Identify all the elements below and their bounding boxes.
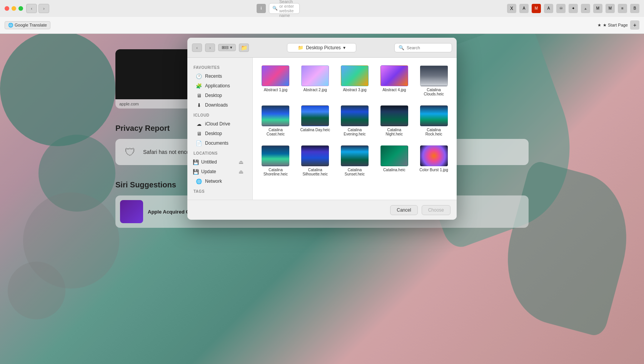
file-item-abstract3[interactable]: Abstract 3.jpg bbox=[337, 62, 373, 99]
info-icon[interactable]: i bbox=[257, 4, 266, 13]
address-placeholder: Search or enter website name bbox=[279, 0, 296, 18]
icloud-desktop-label: Desktop bbox=[205, 131, 222, 136]
toolbar-btn-4[interactable]: A bbox=[544, 4, 553, 13]
file-thumbnail bbox=[262, 65, 289, 86]
new-folder-button[interactable]: 📁 bbox=[239, 43, 249, 52]
sidebar-item-update[interactable]: 💾 Update ⏏ bbox=[190, 167, 250, 176]
dialog-footer: Cancel Choose bbox=[187, 200, 457, 220]
sidebar-item-downloads[interactable]: ⬇ Downloads bbox=[190, 100, 250, 110]
toolbar-btn-2[interactable]: A bbox=[519, 4, 529, 13]
current-location[interactable]: 📁 Desktop Pictures ▾ bbox=[287, 43, 356, 52]
file-item-abstract1[interactable]: Abstract 1.jpg bbox=[257, 62, 294, 99]
eject-update-icon[interactable]: ⏏ bbox=[238, 169, 244, 175]
file-item-catalinashoreline[interactable]: Catalina Shoreline.heic bbox=[257, 142, 294, 179]
downloads-label: Downloads bbox=[205, 102, 228, 108]
sidebar-item-icloud-drive[interactable]: ☁ iCloud Drive bbox=[190, 119, 250, 129]
dialog-overlay: ‹ › ⊞⊟ ▾ 📁 📁 Desktop Pictures ▾ 🔍 bbox=[0, 34, 644, 364]
file-thumbnail bbox=[380, 65, 408, 86]
desktop-icon: 🖥 bbox=[196, 92, 202, 99]
toolbar-btn-3[interactable]: M bbox=[532, 4, 541, 13]
current-folder-label: Desktop Pictures bbox=[306, 45, 341, 50]
file-name: Abstract 2.jpg bbox=[304, 88, 327, 92]
icloud-section-label: iCloud bbox=[187, 110, 252, 119]
untitled-label: Untitled bbox=[201, 159, 217, 165]
file-thumbnail bbox=[380, 145, 408, 166]
toolbar-btn-7[interactable]: ⟁ bbox=[581, 4, 590, 13]
sidebar-item-desktop[interactable]: 🖥 Desktop bbox=[190, 91, 250, 100]
add-tab-button[interactable]: + bbox=[630, 20, 639, 30]
back-button[interactable]: ‹ bbox=[26, 4, 37, 13]
file-item-catalinasunset[interactable]: Catalina Sunset.heic bbox=[337, 142, 373, 179]
toolbar-btn-5[interactable]: ♾ bbox=[556, 4, 566, 13]
sidebar: Favourites 🕐 Recents 🧩 Applications 🖥 De… bbox=[187, 58, 253, 200]
minimize-button[interactable] bbox=[12, 6, 16, 11]
update-label: Update bbox=[201, 169, 216, 174]
file-thumbnail bbox=[420, 145, 448, 166]
dialog-forward-button[interactable]: › bbox=[205, 43, 215, 52]
search-icon: 🔍 bbox=[272, 6, 278, 11]
file-name: Catalina Shoreline.heic bbox=[260, 168, 291, 176]
file-item-catalina[interactable]: Catalina.heic bbox=[376, 142, 412, 179]
file-grid-area: Abstract 1.jpg Abstract 2.jpg Abstract 3… bbox=[253, 58, 457, 200]
star-icon: ★ bbox=[597, 23, 601, 28]
file-item-catalinaclouds[interactable]: Catalina Clouds.heic bbox=[415, 62, 452, 99]
folder-icon: 📁 bbox=[298, 45, 304, 50]
file-thumbnail bbox=[341, 65, 369, 86]
file-thumbnail bbox=[301, 65, 329, 86]
file-name: Catalina.heic bbox=[383, 168, 405, 172]
desktop-label: Desktop bbox=[205, 93, 222, 98]
file-item-abstract4[interactable]: Abstract 4.jpg bbox=[376, 62, 412, 99]
toolbar-btn-10[interactable]: ≡ bbox=[618, 4, 627, 13]
close-button[interactable] bbox=[5, 6, 9, 11]
file-name: Color Burst 1.jpg bbox=[419, 168, 448, 172]
toolbar-btn-1[interactable]: X bbox=[507, 4, 516, 13]
file-thumbnail bbox=[341, 145, 369, 166]
sidebar-item-documents[interactable]: 📄 Documents bbox=[190, 139, 250, 148]
file-item-catalinasilhouette[interactable]: Catalina Silhouette.heic bbox=[297, 142, 334, 179]
documents-label: Documents bbox=[205, 140, 229, 146]
documents-icon: 📄 bbox=[196, 140, 202, 146]
browser-toolbar: i 🔍 Search or enter website name bbox=[257, 3, 300, 14]
sidebar-item-applications[interactable]: 🧩 Applications bbox=[190, 81, 250, 90]
icloud-desktop-icon: 🖥 bbox=[196, 130, 202, 137]
network-label: Network bbox=[205, 179, 222, 184]
dialog-body: Favourites 🕐 Recents 🧩 Applications 🖥 De… bbox=[187, 58, 457, 200]
search-input[interactable] bbox=[407, 45, 445, 50]
sidebar-item-icloud-desktop[interactable]: 🖥 Desktop bbox=[190, 129, 250, 138]
file-item-catalinanight[interactable]: Catalina Night.heic bbox=[376, 102, 412, 139]
sidebar-item-recents[interactable]: 🕐 Recents bbox=[190, 72, 250, 81]
view-icon: ⊞⊟ bbox=[222, 45, 229, 50]
sidebar-item-network[interactable]: 🌐 Network bbox=[190, 177, 250, 186]
file-thumbnail bbox=[301, 105, 329, 126]
google-translate-extension[interactable]: 🌐 Google Translate bbox=[5, 21, 50, 29]
forward-button[interactable]: › bbox=[38, 4, 49, 13]
choose-button[interactable]: Choose bbox=[422, 205, 450, 215]
file-thumbnail bbox=[420, 105, 448, 126]
file-item-catalinacoast[interactable]: Catalina Coast.heic bbox=[257, 102, 294, 139]
file-item-catalinarock[interactable]: Catalina Rock.heic bbox=[415, 102, 452, 139]
view-toggle-button[interactable]: ⊞⊟ ▾ bbox=[218, 44, 236, 51]
cancel-button[interactable]: Cancel bbox=[390, 205, 417, 215]
search-icon: 🔍 bbox=[399, 45, 404, 50]
sidebar-item-untitled[interactable]: 💾 Untitled ⏏ bbox=[190, 157, 250, 167]
browser-content: apple.com ldg-my.sharepoint.com translat… bbox=[0, 34, 644, 364]
toolbar-btn-9[interactable]: M bbox=[606, 4, 615, 13]
start-page-button[interactable]: ★ ★ Start Page bbox=[597, 23, 628, 28]
favourites-section-label: Favourites bbox=[187, 62, 252, 71]
toolbar-btn-6[interactable]: ✦ bbox=[569, 4, 578, 13]
downloads-icon: ⬇ bbox=[196, 102, 202, 108]
file-name: Catalina Night.heic bbox=[379, 128, 410, 136]
toolbar-btn-11[interactable]: B bbox=[630, 4, 639, 13]
file-item-abstract2[interactable]: Abstract 2.jpg bbox=[297, 62, 334, 99]
file-item-catalinaevening[interactable]: Catalina Evening.heic bbox=[337, 102, 373, 139]
file-name: Catalina Sunset.heic bbox=[339, 168, 370, 176]
file-item-colorburst1[interactable]: Color Burst 1.jpg bbox=[415, 142, 452, 179]
toolbar-btn-8[interactable]: M bbox=[593, 4, 602, 13]
eject-icon[interactable]: ⏏ bbox=[238, 159, 244, 165]
file-item-catalinaday[interactable]: Catalina Day.heic bbox=[297, 102, 334, 139]
search-box[interactable]: 🔍 bbox=[394, 43, 452, 52]
maximize-button[interactable] bbox=[18, 6, 23, 11]
file-thumbnail bbox=[262, 105, 289, 126]
dialog-back-button[interactable]: ‹ bbox=[192, 43, 202, 52]
title-bar: ‹ › i 🔍 Search or enter website name X A… bbox=[0, 0, 644, 17]
